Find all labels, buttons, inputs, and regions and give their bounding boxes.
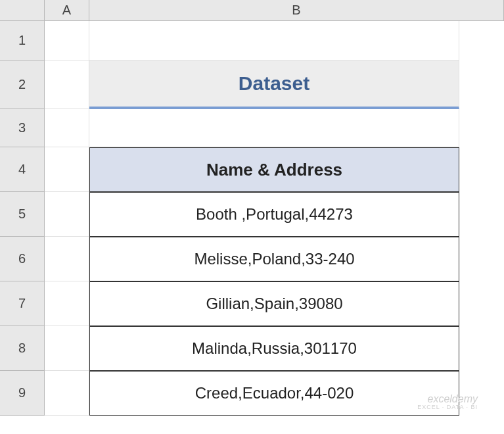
select-all-corner[interactable] (0, 0, 45, 21)
watermark-main: exceldemy (417, 393, 478, 405)
column-header-A[interactable]: A (45, 0, 89, 21)
row-header-5[interactable]: 5 (0, 192, 45, 237)
row-header-8[interactable]: 8 (0, 326, 45, 371)
cell-B8-table-row[interactable]: Malinda,Russia,301170 (89, 326, 459, 371)
cell-B4-table-header[interactable]: Name & Address (89, 147, 459, 192)
cell-A1[interactable] (45, 21, 89, 60)
cell-A2[interactable] (45, 60, 89, 109)
cell-A9[interactable] (45, 371, 89, 416)
row-header-1[interactable]: 1 (0, 21, 45, 60)
row-header-2[interactable]: 2 (0, 60, 45, 109)
cell-A6[interactable] (45, 237, 89, 281)
spreadsheet-grid: A B 1 2 3 4 5 6 7 8 9 Dataset Name & Add… (0, 0, 504, 434)
cells-area: Dataset Name & Address Booth ,Portugal,4… (45, 21, 504, 434)
row-header-6[interactable]: 6 (0, 237, 45, 281)
row-header-7[interactable]: 7 (0, 281, 45, 326)
cell-B2-dataset-title[interactable]: Dataset (89, 60, 459, 109)
cell-A7[interactable] (45, 281, 89, 326)
cell-B6-table-row[interactable]: Melisse,Poland,33-240 (89, 237, 459, 281)
cell-A3[interactable] (45, 109, 89, 147)
grid-body: 1 2 3 4 5 6 7 8 9 Dataset Name & Address… (0, 21, 504, 434)
column-header-B[interactable]: B (89, 0, 504, 21)
watermark-sub: EXCEL · DATA · BI (417, 404, 478, 411)
column-header-row: A B (0, 0, 504, 21)
cell-B9-table-row[interactable]: Creed,Ecuador,44-020 (89, 371, 459, 416)
row-header-9[interactable]: 9 (0, 371, 45, 416)
row-header-4[interactable]: 4 (0, 147, 45, 192)
cell-B1[interactable] (89, 21, 459, 60)
cell-A4[interactable] (45, 147, 89, 192)
cell-A5[interactable] (45, 192, 89, 237)
cell-B3[interactable] (89, 109, 459, 147)
row-header-column: 1 2 3 4 5 6 7 8 9 (0, 21, 45, 434)
cell-A8[interactable] (45, 326, 89, 371)
cell-B5-table-row[interactable]: Booth ,Portugal,44273 (89, 192, 459, 237)
cell-B7-table-row[interactable]: Gillian,Spain,39080 (89, 281, 459, 326)
watermark: exceldemy EXCEL · DATA · BI (417, 393, 478, 411)
row-header-3[interactable]: 3 (0, 109, 45, 147)
